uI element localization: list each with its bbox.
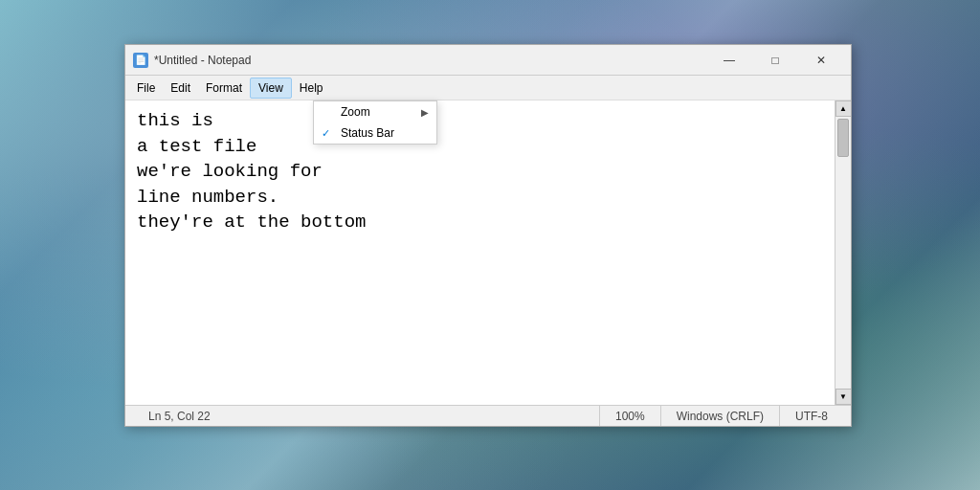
status-bar-check-icon: ✓ (322, 127, 337, 140)
menu-format[interactable]: Format (198, 78, 250, 99)
vertical-scrollbar[interactable]: ▲ ▼ (835, 100, 851, 405)
status-position-section: Ln 5, Col 22 (133, 406, 600, 426)
editor-area: this is a test file we're looking for li… (125, 100, 851, 405)
notepad-window: 📄 *Untitled - Notepad — □ ✕ File Edit Fo… (124, 44, 852, 427)
maximize-button[interactable]: □ (753, 45, 797, 76)
dropdown-zoom-label: Zoom (341, 105, 370, 119)
editor-content[interactable]: this is a test file we're looking for li… (125, 100, 835, 405)
scroll-thumb[interactable] (837, 119, 849, 157)
scroll-up-button[interactable]: ▲ (835, 100, 852, 117)
window-controls: — □ ✕ (707, 45, 843, 76)
menu-view-label: View (258, 81, 283, 95)
menu-edit-label: Edit (170, 81, 190, 95)
zoom-submenu-arrow-icon: ▶ (421, 107, 429, 118)
zoom-check-icon (322, 106, 337, 118)
menu-edit[interactable]: Edit (163, 78, 198, 99)
status-zoom-section: 100% (600, 406, 661, 426)
menu-file-label: File (137, 81, 155, 95)
status-line-ending: Windows (CRLF) (677, 410, 764, 423)
status-encoding-section: UTF-8 (780, 406, 843, 426)
status-zoom: 100% (615, 410, 645, 423)
app-icon: 📄 (133, 53, 148, 68)
title-bar: 📄 *Untitled - Notepad — □ ✕ (125, 45, 851, 76)
menu-file[interactable]: File (129, 78, 163, 99)
dropdown-item-status-bar[interactable]: ✓ Status Bar (314, 122, 436, 144)
close-button[interactable]: ✕ (799, 45, 843, 76)
menu-help[interactable]: Help (292, 78, 331, 99)
scroll-down-button[interactable]: ▼ (835, 389, 852, 405)
dropdown-status-bar-label: Status Bar (341, 126, 394, 140)
status-bar: Ln 5, Col 22 100% Windows (CRLF) UTF-8 (125, 405, 851, 426)
menu-view[interactable]: View (250, 78, 292, 99)
window-title: *Untitled - Notepad (154, 54, 707, 67)
menu-bar: File Edit Format View Help Zoom ▶ ✓ Stat… (125, 76, 851, 100)
scroll-track[interactable] (835, 117, 851, 389)
status-position: Ln 5, Col 22 (148, 410, 211, 423)
menu-help-label: Help (300, 81, 323, 95)
minimize-button[interactable]: — (707, 45, 751, 76)
status-encoding: UTF-8 (795, 410, 828, 423)
view-dropdown-menu: Zoom ▶ ✓ Status Bar (313, 100, 437, 145)
dropdown-item-zoom[interactable]: Zoom ▶ (314, 101, 436, 122)
menu-format-label: Format (206, 81, 242, 95)
status-line-ending-section: Windows (CRLF) (661, 406, 780, 426)
